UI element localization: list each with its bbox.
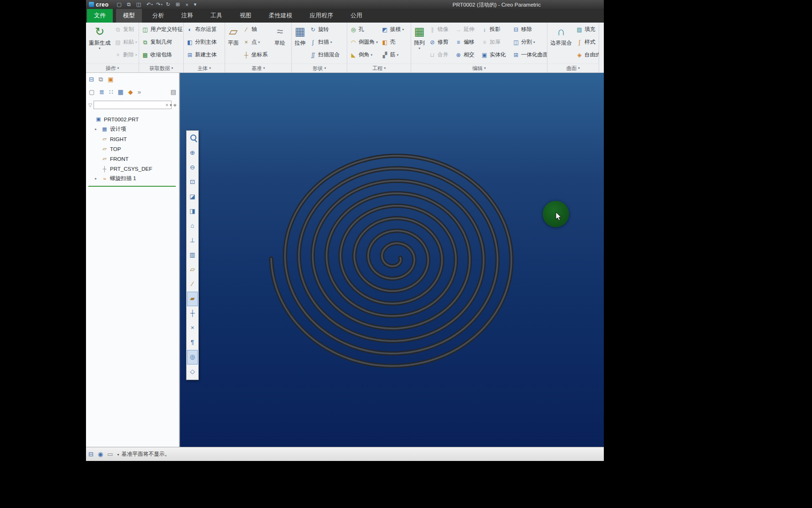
status-tool-full-screen[interactable]: ▭	[107, 451, 113, 458]
qat-button-close-window[interactable]: × ▾	[185, 1, 192, 8]
tree-item-datum-plane[interactable]: ▸ ▱ FRONT	[86, 154, 179, 164]
graphics-tool-3d-dragger[interactable]: ◇	[187, 365, 198, 379]
tab-file[interactable]: 文件	[87, 9, 113, 23]
clear-filter-icon[interactable]: ×	[165, 102, 168, 108]
ribbon-group-label-editing[interactable]: 编辑▾	[411, 64, 547, 72]
ribbon-button-rib[interactable]: ▞ 筋 ▾	[380, 48, 406, 61]
graphics-tool-refit[interactable]: ⊡	[187, 175, 198, 190]
ribbon-group-label-get-data[interactable]: 获取数据▾	[139, 64, 183, 72]
ribbon-button-datum-point[interactable]: × 点 ▾	[241, 36, 272, 48]
ribbon-group-label-shapes[interactable]: 形状▾	[292, 64, 347, 72]
tree-tool-page-copy[interactable]: ⧉	[99, 76, 103, 83]
tree-tool-filter-shield[interactable]: ◆	[128, 88, 133, 95]
tree-item-datum-plane[interactable]: ▸ ▱ RIGHT	[86, 134, 179, 144]
datum-plane-button[interactable]: ▱ 平面	[226, 23, 241, 47]
ribbon-button-offset[interactable]: ≡ 偏移 ▾	[453, 36, 479, 48]
ribbon-button-divide[interactable]: ◫ 分割 ▾	[511, 36, 547, 48]
ribbon-button-fill[interactable]: ▨ 填充 ▾	[574, 23, 599, 36]
tree-tool-folder[interactable]: ▣	[108, 76, 113, 83]
qat-button-regenerate[interactable]: ↻ ▾	[165, 1, 173, 8]
graphics-tool-point-display[interactable]: ×	[187, 321, 198, 335]
graphics-tool-display-style[interactable]: ◨	[187, 204, 198, 219]
ribbon-button-swept-blend[interactable]: ∬ 扫描混合 ▾	[308, 48, 344, 61]
expand-arrow-icon[interactable]: ▸	[95, 176, 99, 181]
tree-tool-list-view[interactable]: ≣	[99, 88, 104, 95]
ribbon-button-new-body[interactable]: ⊞ 新建主体 ▾	[185, 48, 221, 61]
tab-analysis[interactable]: 分析	[145, 9, 171, 23]
regenerate-button[interactable]: ↻ 重新生成 ▾	[87, 23, 112, 50]
graphics-tool-annotation-display[interactable]: ¶	[187, 335, 198, 350]
ribbon-button-paste[interactable]: ▤ 粘贴 ▾	[113, 36, 139, 48]
status-tool-web-browser[interactable]: ◉	[98, 451, 103, 458]
ribbon-button-copy[interactable]: ⧉ 复制 ▾	[113, 23, 139, 36]
graphics-tool-datum-axis-display[interactable]: ∕	[187, 277, 198, 292]
qat-button-customize[interactable]: ▾ ▾	[193, 1, 199, 8]
ribbon-button-shell[interactable]: ◧ 壳 ▾	[380, 36, 406, 48]
graphics-tool-repaint[interactable]: ◪	[187, 190, 198, 204]
ribbon-button-unite-surfaces[interactable]: ⊞ 一体化曲面 ▾	[511, 48, 547, 61]
ribbon-button-delete[interactable]: × 删除 ▾	[113, 48, 139, 61]
ribbon-button-datum-axis[interactable]: ∕ 轴 ▾	[241, 23, 272, 36]
tree-item-helical-sweep[interactable]: ▸ ≈ 螺旋扫描 1	[86, 174, 179, 183]
ribbon-button-merge[interactable]: ⊔ 合并 ▾	[427, 48, 453, 61]
tab-common[interactable]: 公用	[344, 9, 369, 23]
tree-item-datum-plane[interactable]: ▸ ▱ TOP	[86, 144, 179, 154]
graphics-tool-saved-orientations[interactable]: ⌂	[187, 219, 198, 233]
ribbon-group-label-surfaces[interactable]: 曲面▾	[547, 64, 599, 72]
ribbon-button-style[interactable]: ʃ 样式 ▾	[574, 36, 599, 48]
graphics-tool-zoom[interactable]	[187, 131, 198, 146]
graphics-tool-datum-plane-display[interactable]: ▱	[187, 262, 198, 277]
ribbon-button-udf[interactable]: ◫ 用户定义特征 ▾	[140, 23, 184, 36]
ribbon-button-draft[interactable]: ◩ 拔模 ▾	[380, 23, 406, 36]
ribbon-button-project[interactable]: ↓ 投影 ▾	[479, 23, 510, 36]
tree-tool-tree-view[interactable]: ⊟	[89, 76, 94, 83]
ribbon-button-boolean-operations[interactable]: ◐ 布尔运算 ▾	[185, 23, 221, 36]
insertion-indicator[interactable]	[88, 186, 176, 187]
qat-button-new-file[interactable]: ▢ ▾	[116, 1, 125, 8]
filter-funnel-icon[interactable]: ▽	[88, 103, 92, 108]
ribbon-button-solidify[interactable]: ▣ 实体化 ▾	[479, 48, 510, 61]
qat-button-redo[interactable]: ↷ ▾	[155, 1, 164, 8]
tab-model[interactable]: 模型	[116, 9, 142, 23]
ribbon-button-round[interactable]: ◠ 倒圆角 ▾	[348, 36, 379, 48]
tree-tool-document[interactable]: ▤	[171, 88, 176, 95]
pattern-button[interactable]: ▦ 阵列 ▾	[412, 23, 427, 50]
tree-tool-overflow[interactable]: »	[138, 88, 141, 95]
tree-item-coordinate-system[interactable]: ▸ ┼ PRT_CSYS_DEF	[86, 164, 179, 174]
qat-button-window-switch[interactable]: ⊞ ▾	[175, 1, 183, 8]
graphics-tool-show-style[interactable]: ▥	[187, 248, 198, 262]
ribbon-button-hole[interactable]: ◎ 孔 ▾	[348, 23, 379, 36]
boundary-blend-button[interactable]: ∩ 边界混合	[548, 23, 574, 47]
sketch-button[interactable]: ≈ 草绘	[273, 23, 287, 47]
ribbon-group-label-engineering[interactable]: 工程▾	[347, 64, 411, 72]
graphics-tool-csys-display[interactable]: ┼	[187, 306, 198, 321]
ribbon-group-label-datum[interactable]: 基准▾	[225, 64, 291, 72]
ribbon-button-coordinate-system[interactable]: ┼ 坐标系 ▾	[241, 48, 272, 61]
tab-applications[interactable]: 应用程序	[303, 9, 340, 23]
ribbon-button-thicken[interactable]: ≡ 加厚 ▾	[479, 36, 510, 48]
ribbon-button-sweep[interactable]: ∫ 扫描 ▾	[308, 36, 344, 48]
ribbon-button-mirror[interactable]: ∥ 镜像 ▾	[427, 23, 453, 36]
tree-tool-detail-view[interactable]: ∷	[109, 88, 113, 95]
ribbon-button-intersect[interactable]: ⊗ 相交 ▾	[453, 48, 479, 61]
ribbon-button-copy-geometry[interactable]: ⧉ 复制几何 ▾	[140, 36, 184, 48]
graphics-tool-view-normal[interactable]: ⊥	[187, 233, 198, 248]
expand-arrow-icon[interactable]: ▸	[95, 127, 99, 131]
ribbon-button-split-body[interactable]: ◧ 分割主体 ▾	[185, 36, 221, 48]
tree-filter-input[interactable]	[94, 101, 172, 109]
qat-button-undo[interactable]: ↶ ▾	[146, 1, 154, 8]
ribbon-button-extend[interactable]: → 延伸 ▾	[453, 23, 479, 36]
ribbon-button-shrinkwrap[interactable]: ▩ 收缩包络 ▾	[140, 48, 184, 61]
filter-dropdown-icon[interactable]: ▾	[170, 103, 172, 107]
ribbon-button-trim[interactable]: ⊘ 修剪 ▾	[427, 36, 453, 48]
ribbon-button-freestyle[interactable]: ◈ 自由式 ▾	[574, 48, 599, 61]
add-filter-icon[interactable]: +	[173, 102, 177, 109]
tree-tool-columns[interactable]: ▦	[117, 88, 123, 95]
ribbon-button-revolve[interactable]: ↻ 旋转 ▾	[308, 23, 344, 36]
graphics-area[interactable]: ⊕ ⊖ ⊡ ◪	[180, 73, 604, 447]
tree-item-design-items[interactable]: ▸ ▦ 设计项	[86, 124, 179, 134]
ribbon-group-label-body[interactable]: 主体▾	[184, 64, 225, 72]
ribbon-button-chamfer[interactable]: ◣ 倒角 ▾	[348, 48, 379, 61]
tab-tools[interactable]: 工具	[203, 9, 229, 23]
tab-view[interactable]: 视图	[233, 9, 258, 23]
